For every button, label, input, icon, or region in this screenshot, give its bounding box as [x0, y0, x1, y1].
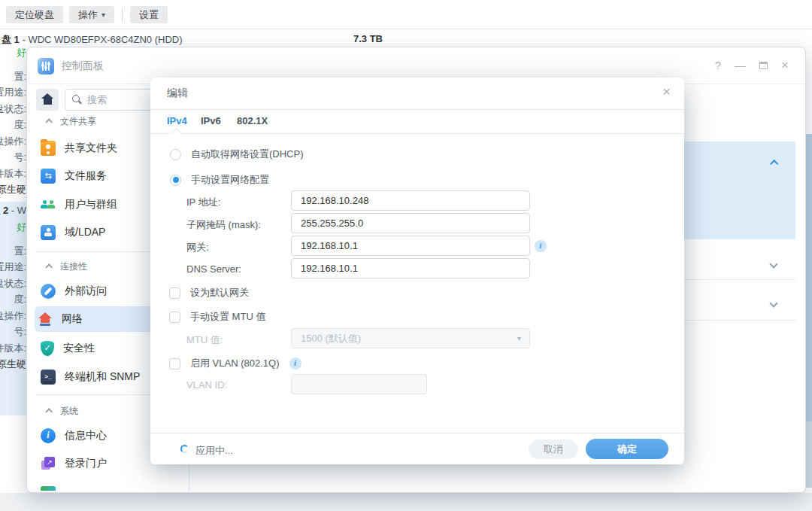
- tab-ipv4[interactable]: IPv4: [167, 115, 187, 126]
- page: 定位硬盘 操作 ▾ 设置 盘 1 - WDC WD80EFPX-68C4ZN0 …: [0, 0, 812, 511]
- shared-folder-icon: [41, 141, 56, 156]
- tab-8021x[interactable]: 802.1X: [237, 115, 268, 126]
- minimize-icon[interactable]: —: [735, 58, 746, 73]
- settings-button[interactable]: 设置: [130, 6, 168, 23]
- drive-2-detail-label: 置:: [0, 245, 26, 258]
- sidebar-section-system[interactable]: 系统: [46, 405, 78, 418]
- control-panel-icon: [38, 58, 54, 75]
- ip-address-label: IP 地址:: [186, 196, 220, 209]
- drive-1-header[interactable]: 盘 1 - WDC WD80EFPX-68C4ZN0 (HDD) 7.3 TB: [2, 33, 810, 47]
- select-caret-icon: ▾: [517, 334, 521, 342]
- drive-1-model: - WDC WD80EFPX-68C4ZN0 (HDD): [20, 34, 183, 45]
- expand-chevron-icon[interactable]: [771, 257, 777, 270]
- drive-1-detail-label: 件版本:: [0, 167, 26, 181]
- search-placeholder: 搜索: [87, 93, 107, 107]
- collapse-chevron-icon[interactable]: [771, 156, 777, 169]
- ok-button[interactable]: 确定: [586, 439, 668, 459]
- drive-2-detail-label: 号:: [0, 325, 26, 339]
- chevron-up-icon: [45, 118, 53, 126]
- gateway-input[interactable]: [291, 236, 530, 256]
- dialog-header-divider: [150, 109, 684, 110]
- sidebar-section-file-sharing[interactable]: 文件共享: [46, 115, 96, 128]
- drive-1-detail-label: 置:: [0, 70, 26, 84]
- loading-spinner-icon: [180, 445, 189, 453]
- maximize-icon[interactable]: [759, 62, 768, 69]
- sidebar-section-connectivity[interactable]: 连接性: [46, 260, 87, 273]
- external-access-icon: [41, 284, 56, 299]
- help-icon[interactable]: ?: [715, 58, 721, 73]
- enable-vlan-checkbox[interactable]: [169, 358, 180, 370]
- dns-server-label: DNS Server:: [186, 263, 241, 275]
- applying-status-text: 应用中...: [195, 444, 233, 458]
- locate-drive-button[interactable]: 定位硬盘: [6, 6, 63, 23]
- search-icon: [72, 95, 82, 105]
- default-gateway-check-row: 设为默认网关: [169, 286, 249, 300]
- manual-mtu-checkbox[interactable]: [169, 312, 180, 323]
- action-dropdown-button[interactable]: 操作 ▾: [69, 6, 114, 23]
- edit-network-dialog: 编辑 × IPv4 IPv6 802.1X 自动取得网络设置(DHCP) 手动设…: [150, 78, 684, 464]
- chevron-down-icon: ▾: [102, 11, 105, 19]
- vlan-id-input: [291, 374, 427, 394]
- gateway-info-icon[interactable]: i: [535, 240, 547, 252]
- tab-underline: [150, 133, 684, 134]
- mtu-value-label: MTU 值:: [186, 333, 223, 347]
- dialog-footer-divider: [150, 433, 684, 433]
- gateway-label: 网关:: [186, 241, 209, 254]
- enable-vlan-checkbox-label[interactable]: 启用 VLAN (802.1Q): [190, 357, 280, 370]
- drive-2-detail-label: 置用途:: [0, 260, 26, 274]
- desktop-background: [0, 493, 812, 511]
- drive-1-detail-label: 原生硬: [0, 183, 26, 196]
- mtu-value-select: 1500 (默认值) ▾: [291, 328, 530, 348]
- drive-1-detail-label: 置用途:: [0, 86, 26, 99]
- shield-check-icon: ✓: [41, 341, 54, 356]
- subnet-mask-input[interactable]: [291, 213, 530, 233]
- subnet-mask-label: 子网掩码 (mask):: [186, 218, 261, 232]
- storage-toolbar: 定位硬盘 操作 ▾ 设置: [6, 6, 168, 23]
- tab-ipv6[interactable]: IPv6: [201, 115, 221, 126]
- sidebar-divider: [36, 394, 153, 395]
- drive-2-header[interactable]: 盘 2 - W: [0, 204, 26, 217]
- radio-manual-row: 手动设置网络配置: [170, 173, 269, 187]
- drive-2-detail-label: 盘状态:: [0, 277, 26, 290]
- dialog-title: 编辑: [167, 87, 188, 100]
- radio-dhcp-row: 自动取得网络设置(DHCP): [170, 148, 304, 161]
- sidebar-content-divider: [189, 464, 189, 493]
- drive-1-name: 盘 1: [2, 34, 20, 45]
- cancel-button[interactable]: 取消: [529, 440, 578, 459]
- expand-chevron-icon[interactable]: [771, 296, 777, 309]
- default-gateway-checkbox-label[interactable]: 设为默认网关: [190, 286, 249, 300]
- action-label: 操作: [78, 8, 98, 22]
- dialog-close-icon[interactable]: ×: [662, 84, 671, 100]
- manual-config-radio-label[interactable]: 手动设置网络配置: [191, 173, 269, 187]
- sidebar-divider: [36, 251, 153, 252]
- home-button[interactable]: [36, 89, 59, 111]
- drive-2-detail-label: 件版本:: [0, 342, 26, 355]
- default-gateway-checkbox[interactable]: [169, 287, 180, 299]
- drive-2-detail-label: 原生硬: [0, 357, 26, 371]
- file-services-icon: ⇆: [41, 169, 56, 184]
- manual-mtu-checkbox-label[interactable]: 手动设置 MTU 值: [190, 310, 265, 324]
- vlan-check-row: 启用 VLAN (802.1Q) i: [169, 357, 301, 370]
- chevron-up-icon: [45, 408, 53, 415]
- drive-1-detail-label: 盘状态:: [0, 102, 26, 116]
- vlan-info-icon[interactable]: i: [289, 357, 301, 370]
- manual-config-radio[interactable]: [170, 175, 181, 186]
- sidebar-item-cutoff-icon: [41, 486, 56, 491]
- dhcp-radio[interactable]: [170, 149, 181, 160]
- manual-mtu-check-row: 手动设置 MTU 值: [169, 310, 265, 324]
- ip-address-input[interactable]: [291, 190, 530, 211]
- dhcp-radio-label[interactable]: 自动取得网络设置(DHCP): [191, 148, 304, 161]
- info-center-icon: i: [41, 428, 56, 443]
- drive-2-detail-label: 度:: [0, 293, 26, 306]
- vlan-id-label: VLAN ID:: [186, 379, 227, 391]
- drive-2-detail-label: 盘操作:: [0, 309, 26, 323]
- toolbar-divider: [122, 8, 123, 23]
- toolbar-separator-line: [0, 29, 812, 29]
- drive-1-detail-label: 盘操作:: [0, 135, 26, 148]
- terminal-icon: >_: [41, 370, 56, 385]
- close-icon[interactable]: ×: [781, 58, 789, 73]
- users-groups-icon: [41, 197, 56, 212]
- login-portal-icon: ↗: [41, 456, 56, 471]
- dns-server-input[interactable]: [291, 258, 530, 278]
- network-icon: [38, 312, 53, 327]
